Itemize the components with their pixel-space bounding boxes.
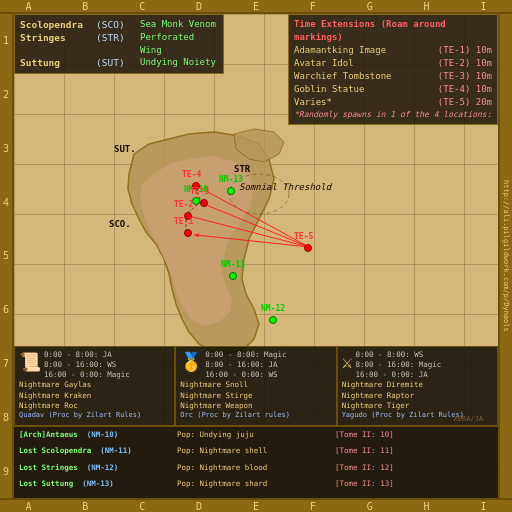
idx-tome-13: [Tome II: 13] [335, 479, 493, 495]
idx-tome-10: [Tome II: 10] [335, 430, 493, 446]
nm-12-marker: NM-12 [269, 316, 277, 324]
nm-13-label: NM-13 [219, 175, 243, 184]
te-code-2: (TE-2) 10m [438, 57, 492, 70]
panel2-sched-3: 16:00 - 0:00: WS [205, 370, 286, 380]
legend-row-sut: Suttung (SUT) Undying Noiety [20, 56, 218, 69]
legend-row-str: Stringes (STR) Perforated Wing [20, 31, 218, 56]
panel2-sched-2: 8:00 - 16:00: JA [205, 360, 286, 370]
idx-tome-11: [Tome II: 11] [335, 446, 493, 462]
info-panel-1: 📜 0:00 - 8:00: JA 8:00 - 16:00: WS 16:00… [14, 346, 175, 426]
panel3-mob-2: Nightmare Raptor [342, 391, 493, 401]
panel3-icon: ⚔ [342, 350, 353, 374]
panel1-mob-2: Nightmare Kraken [19, 391, 170, 401]
te-1-label: TE-1 [174, 217, 193, 226]
panel3-sched-1: 0:00 - 8:00: WS [356, 350, 442, 360]
idx-sco: Lost Scolopendra (NM-11) [19, 446, 177, 462]
te-1-marker: TE-1 [184, 229, 192, 237]
te-code-5: (TE-5) 20m [438, 96, 492, 109]
te-row-3: Warchief Tombstone (TE-3) 10m [294, 70, 492, 83]
te-2-label: TE-2 [174, 200, 193, 209]
te-name-2: Avatar Idol [294, 57, 354, 70]
nm-11-marker: NM-11 [229, 272, 237, 280]
mob-name-sco: Scolopendra [20, 18, 92, 31]
border-top: A B C D E F G H I [0, 0, 512, 14]
panel2-mob-2: Nightmare Stirge [180, 391, 331, 401]
te-code-1: (TE-1) 10m [438, 44, 492, 57]
te-row-4: Goblin Statue (TE-4) 10m [294, 83, 492, 96]
idx-pop-12: Pop: Nightmare blood [177, 463, 335, 479]
idx-tome-12: [Tome II: 12] [335, 463, 493, 479]
idx-arch: [Arch]Antaeus (NM-10) [19, 430, 177, 446]
border-right: http://ali.pilgildwork.com/p/Dynaols [498, 14, 512, 498]
te-code-3: (TE-3) 10m [438, 70, 492, 83]
mob-abbr-sut: (SUT) [96, 56, 136, 69]
te-name-4: Goblin Statue [294, 83, 364, 96]
credit-text: XERA/JA [453, 415, 483, 423]
panel1-sched-1: 0:00 - 8:00: JA [44, 350, 130, 360]
somnial-label: Somnial Threshold [239, 182, 331, 192]
panel3-sched-3: 16:00 - 0:00: JA [356, 370, 442, 380]
mob-name-sut: Suttung [20, 56, 92, 69]
index-panel: [Arch]Antaeus (NM-10) Pop: Undying juju … [14, 426, 498, 498]
te-5-marker: TE-5 [304, 244, 312, 252]
te-row-1: Adamantking Image (TE-1) 10m [294, 44, 492, 57]
mob-name-str: Stringes [20, 31, 92, 56]
idx-pop-13: Pop: Nightmare shard [177, 479, 335, 495]
legend-box: Scolopendra (SCO) Sea Monk Venom Stringe… [14, 14, 224, 74]
panel1-icon: 📜 [19, 350, 41, 374]
te-5-label: TE-5 [294, 232, 313, 241]
te-name-1: Adamantking Image [294, 44, 386, 57]
border-bottom: A B C D E F G H I [0, 498, 512, 512]
te-4-label: TE-4 [182, 170, 201, 179]
panel3-mob-1: Nightmare Diremite [342, 380, 493, 390]
panel3-sched-2: 8:00 - 16:00: Magic [356, 360, 442, 370]
te-name-5: Varies* [294, 96, 332, 109]
map-area: Scolopendra (SCO) Sea Monk Venom Stringe… [14, 14, 498, 498]
te-3-marker: TE-3 [200, 199, 208, 207]
mob-drop-sco: Sea Monk Venom [140, 18, 216, 31]
nm-11-label: NM-11 [221, 260, 245, 269]
te-row-5: Varies* (TE-5) 20m [294, 96, 492, 109]
panel2-mob-3: Nightmare Weapon [180, 401, 331, 411]
panel1-mob-1: Nightmare Gaylas [19, 380, 170, 390]
panel-row1: 📜 0:00 - 8:00: JA 8:00 - 16:00: WS 16:00… [14, 346, 498, 426]
panel2-mob-1: Nightmare Snoll [180, 380, 331, 390]
te-name-3: Warchief Tombstone [294, 70, 392, 83]
mob-drop-str: Perforated Wing [140, 31, 218, 56]
info-panel-3: ⚔ 0:00 - 8:00: WS 8:00 - 16:00: Magic 16… [337, 346, 498, 426]
main-container: A B C D E F G H I A B C D E F G H I 1 2 … [0, 0, 512, 512]
panel1-sched-2: 8:00 - 16:00: WS [44, 360, 130, 370]
border-left: 1 2 3 4 5 6 7 8 9 [0, 14, 14, 498]
mob-abbr-sco: (SCO) [96, 18, 136, 31]
nm-12-label: NM-12 [261, 304, 285, 313]
panel2-sched-1: 0:00 - 8:00: Magic [205, 350, 286, 360]
mob-drop-sut: Undying Noiety [140, 56, 216, 69]
idx-sut: Lost Suttung (NM-13) [19, 479, 177, 495]
panel2-icon: 🥇 [180, 350, 202, 374]
te-row-2: Avatar Idol (TE-2) 10m [294, 57, 492, 70]
panel3-mob-3: Nightmare Tiger [342, 401, 493, 411]
bottom-panels: 📜 0:00 - 8:00: JA 8:00 - 16:00: WS 16:00… [14, 346, 498, 498]
mob-abbr-str: (STR) [96, 31, 136, 56]
info-panel-2: 🥇 0:00 - 8:00: Magic 8:00 - 16:00: JA 16… [175, 346, 336, 426]
te-code-4: (TE-4) 10m [438, 83, 492, 96]
idx-str: Lost Stringes (NM-12) [19, 463, 177, 479]
te-note: *Randomly spawns in 1 of the 4 locations… [294, 109, 492, 121]
time-extensions-box: Time Extensions (Roam Aaround markings) … [288, 14, 498, 125]
idx-pop-11: Pop: Nightmare shell [177, 446, 335, 462]
idx-pop-10: Pop: Undying juju [177, 430, 335, 446]
panel2-proc: Orc (Proc by Zilart rules) [180, 411, 331, 420]
legend-row-sco: Scolopendra (SCO) Sea Monk Venom [20, 18, 218, 31]
panel1-mob-3: Nightmare Roc [19, 401, 170, 411]
panel1-proc: Quadav (Proc by Zilart Rules) [19, 411, 170, 420]
te-3-label: TE-3 [190, 187, 209, 196]
nm-13-marker: NM-13 [227, 187, 235, 195]
panel1-sched-3: 16:00 - 0:00: Magic [44, 370, 130, 380]
te-title: Time Extensions (Roam Aaround markings) [294, 18, 492, 44]
